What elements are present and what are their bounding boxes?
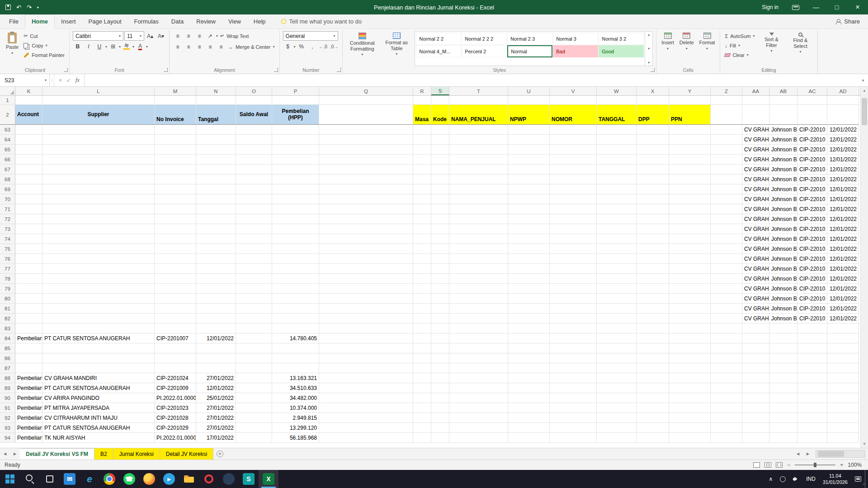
volume-tray[interactable] bbox=[789, 470, 802, 488]
cell-S88[interactable] bbox=[431, 373, 449, 383]
cell-M88[interactable]: CIP-2201024 bbox=[155, 373, 196, 383]
cell-Y92[interactable] bbox=[669, 413, 711, 423]
cell-M66[interactable] bbox=[155, 155, 196, 164]
cell-V74[interactable] bbox=[550, 234, 597, 244]
clear-button[interactable]: Clear ▾ bbox=[723, 50, 756, 60]
cell-X93[interactable] bbox=[637, 423, 669, 433]
row-header-64[interactable]: 64 bbox=[0, 135, 15, 145]
cell-Z85[interactable] bbox=[711, 343, 742, 353]
cell-V81[interactable] bbox=[550, 304, 597, 314]
cell-X81[interactable] bbox=[637, 304, 669, 314]
cell-X74[interactable] bbox=[637, 234, 669, 244]
cell-N80[interactable] bbox=[196, 294, 236, 304]
cell-Y74[interactable] bbox=[669, 234, 711, 244]
borders-button[interactable]: ⊞ bbox=[108, 42, 118, 51]
cell-style-normal-2-2[interactable]: Normal 2 2 bbox=[416, 33, 461, 45]
cell-U91[interactable] bbox=[508, 403, 550, 413]
cell-X67[interactable] bbox=[637, 164, 669, 174]
cell-M2[interactable]: No Invoice bbox=[155, 105, 196, 125]
cell-X89[interactable] bbox=[637, 383, 669, 393]
cell-Y93[interactable] bbox=[669, 423, 711, 433]
cell-R1[interactable] bbox=[413, 96, 431, 105]
number-dialog-launcher[interactable] bbox=[337, 68, 341, 72]
cell-K92[interactable]: Pembelian bbox=[15, 413, 42, 423]
cell-K1[interactable] bbox=[15, 96, 42, 105]
cell-T83[interactable] bbox=[449, 324, 508, 333]
cell-K64[interactable] bbox=[15, 135, 42, 145]
cell-R67[interactable] bbox=[413, 164, 431, 174]
cell-X79[interactable] bbox=[637, 284, 669, 294]
cell-S87[interactable] bbox=[431, 363, 449, 373]
cell-L80[interactable] bbox=[42, 294, 155, 304]
cell-V64[interactable] bbox=[550, 135, 597, 145]
align-right-button[interactable]: ≡ bbox=[194, 42, 204, 52]
row-header-90[interactable]: 90 bbox=[0, 393, 15, 403]
ribbon-tab-help[interactable]: Help bbox=[247, 15, 272, 28]
cell-S69[interactable] bbox=[431, 184, 449, 194]
column-header-AB[interactable]: AB bbox=[769, 87, 797, 95]
new-sheet-button[interactable]: + bbox=[213, 448, 226, 460]
cell-AA70[interactable]: CV GRAHA bbox=[742, 194, 769, 204]
cell-V85[interactable] bbox=[550, 343, 597, 353]
cell-K76[interactable] bbox=[15, 254, 42, 264]
cell-AB91[interactable] bbox=[769, 403, 797, 413]
cell-O73[interactable] bbox=[236, 224, 272, 234]
cell-V84[interactable] bbox=[550, 333, 597, 343]
number-format-select[interactable]: General ▾ bbox=[283, 31, 338, 41]
ribbon-tab-view[interactable]: View bbox=[222, 15, 247, 28]
cell-AA74[interactable]: CV GRAHA bbox=[742, 234, 769, 244]
cell-S82[interactable] bbox=[431, 314, 449, 324]
cell-Z91[interactable] bbox=[711, 403, 742, 413]
cell-W86[interactable] bbox=[597, 353, 637, 363]
cell-R90[interactable] bbox=[413, 393, 431, 403]
cell-N79[interactable] bbox=[196, 284, 236, 294]
cell-K70[interactable] bbox=[15, 194, 42, 204]
cell-M64[interactable] bbox=[155, 135, 196, 145]
cell-AA87[interactable] bbox=[742, 363, 769, 373]
cell-AA94[interactable] bbox=[742, 433, 769, 443]
row-header-88[interactable]: 88 bbox=[0, 373, 15, 383]
column-header-AA[interactable]: AA bbox=[742, 87, 769, 95]
cell-Y67[interactable] bbox=[669, 164, 711, 174]
cell-K94[interactable]: Pembelian bbox=[15, 433, 42, 443]
bold-button[interactable]: B bbox=[73, 42, 83, 51]
cell-N77[interactable] bbox=[196, 264, 236, 274]
share-button[interactable]: Share bbox=[835, 18, 860, 28]
row-header-79[interactable]: 79 bbox=[0, 284, 15, 294]
cell-Z67[interactable] bbox=[711, 164, 742, 174]
copy-button[interactable]: Copy ▾ bbox=[22, 41, 66, 50]
cell-K93[interactable]: Pembelian bbox=[15, 423, 42, 433]
tray-expand-icon[interactable]: ∧ bbox=[765, 470, 776, 488]
cell-R82[interactable] bbox=[413, 314, 431, 324]
cell-Q92[interactable] bbox=[319, 413, 413, 423]
cell-S78[interactable] bbox=[431, 274, 449, 284]
cell-AA86[interactable] bbox=[742, 353, 769, 363]
cell-K2[interactable]: Account bbox=[15, 105, 42, 125]
cell-AB64[interactable]: Johnson Ba bbox=[769, 135, 797, 145]
cell-N88[interactable]: 27/01/2022 bbox=[196, 373, 236, 383]
cell-O84[interactable] bbox=[236, 333, 272, 343]
cell-P83[interactable] bbox=[272, 324, 319, 333]
cell-AA80[interactable]: CV GRAHA bbox=[742, 294, 769, 304]
cell-O86[interactable] bbox=[236, 353, 272, 363]
increase-indent-button[interactable]: ≡ bbox=[216, 42, 226, 52]
cell-P63[interactable] bbox=[272, 125, 319, 135]
ribbon-tab-data[interactable]: Data bbox=[165, 15, 190, 28]
cell-AC90[interactable] bbox=[797, 393, 827, 403]
cell-N76[interactable] bbox=[196, 254, 236, 264]
cell-Q70[interactable] bbox=[319, 194, 413, 204]
cell-N87[interactable] bbox=[196, 363, 236, 373]
cell-P64[interactable] bbox=[272, 135, 319, 145]
show-desktop-button[interactable] bbox=[865, 470, 868, 488]
row-header-84[interactable]: 84 bbox=[0, 333, 15, 343]
sheet-tab-detail-jv-koreksi[interactable]: Detail JV Koreksi bbox=[160, 448, 213, 460]
cell-W91[interactable] bbox=[597, 403, 637, 413]
cell-AC92[interactable] bbox=[797, 413, 827, 423]
cell-P80[interactable] bbox=[272, 294, 319, 304]
cell-U68[interactable] bbox=[508, 174, 550, 184]
cell-Z1[interactable] bbox=[711, 96, 742, 105]
cell-N65[interactable] bbox=[196, 145, 236, 155]
cell-Y1[interactable] bbox=[669, 96, 711, 105]
cell-L66[interactable] bbox=[42, 155, 155, 164]
cell-K80[interactable] bbox=[15, 294, 42, 304]
